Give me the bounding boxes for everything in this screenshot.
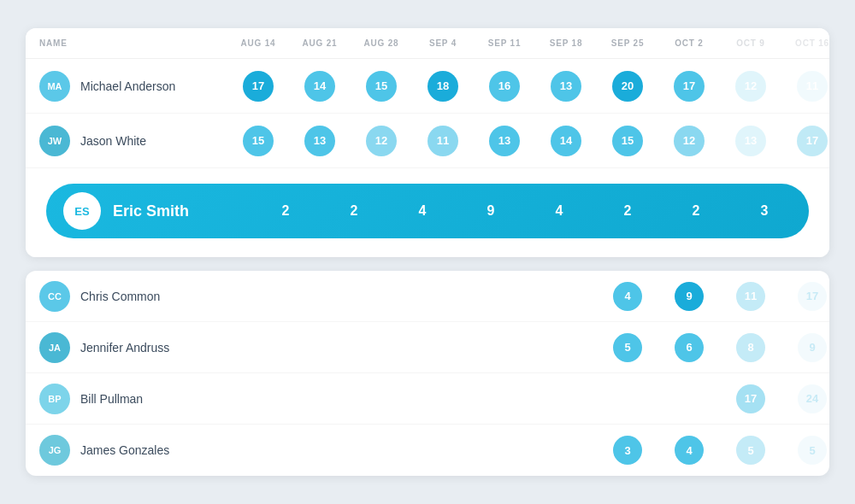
cc-val-7: 4 — [597, 282, 658, 311]
ja-val-7: 5 — [597, 333, 658, 362]
ma-val-1: 17 — [227, 71, 289, 102]
col-oct2: OCT 2 — [658, 28, 720, 58]
jw-val-8: 12 — [658, 126, 720, 156]
es-val-2: 2 — [320, 203, 388, 219]
col-sep25: SEP 25 — [597, 28, 658, 58]
jg-val-7: 3 — [597, 436, 658, 465]
name-ja: Jennifer Andruss — [80, 341, 169, 355]
cc-val-9: 11 — [720, 282, 781, 311]
jw-val-3: 12 — [351, 126, 412, 156]
name-jg: James Gonzales — [80, 443, 169, 457]
ma-val-9: 12 — [720, 71, 781, 102]
jw-val-9: 13 — [720, 126, 781, 156]
avatar-jw: JW — [39, 126, 70, 156]
col-oct9: OCT 9 — [720, 28, 781, 58]
row-bill-pullman: BP Bill Pullman 17 24 — [26, 373, 829, 425]
avatar-jg: JG — [39, 435, 70, 466]
ma-val-8: 17 — [658, 71, 720, 102]
ja-val-8: 6 — [658, 333, 720, 362]
name-bp: Bill Pullman — [80, 392, 143, 406]
es-val-7: 2 — [662, 203, 730, 219]
person-cell-es: ES Eric Smith — [63, 192, 251, 230]
ja-val-9: 8 — [720, 333, 781, 362]
ja-val-10: 9 — [781, 333, 829, 362]
name-jw: Jason White — [80, 134, 146, 148]
row-michael-anderson: MA Michael Anderson 17 14 15 18 16 13 20… — [26, 59, 829, 114]
jw-val-6: 14 — [535, 126, 597, 156]
jg-val-9: 5 — [720, 436, 781, 465]
avatar-es: ES — [63, 192, 101, 230]
main-container: NAME AUG 14 AUG 21 AUG 28 SEP 4 SEP 11 S… — [26, 28, 829, 476]
col-aug28: AUG 28 — [351, 28, 412, 58]
es-val-9: 1 — [799, 203, 829, 219]
name-cc: Chris Common — [80, 290, 160, 303]
row-jennifer-andruss: JA Jennifer Andruss 5 6 8 9 — [26, 322, 829, 373]
row-eric-smith: ES Eric Smith 2 2 4 9 4 2 2 3 1 — [46, 184, 809, 238]
cc-val-8: 9 — [658, 282, 720, 311]
col-name: NAME — [39, 28, 227, 58]
col-sep18: SEP 18 — [535, 28, 597, 58]
jw-val-1: 15 — [227, 126, 289, 156]
es-val-8: 3 — [730, 203, 799, 219]
ma-val-4: 18 — [412, 71, 474, 102]
avatar-ja: JA — [39, 332, 70, 363]
avatar-ma: MA — [39, 71, 70, 102]
person-cell-bp: BP Bill Pullman — [39, 384, 227, 414]
person-cell-jg: JG James Gonzales — [39, 435, 227, 466]
row-james-gonzales: JG James Gonzales 3 4 5 5 — [26, 425, 829, 476]
avatar-cc: CC — [39, 281, 70, 312]
jg-val-8: 4 — [658, 436, 720, 465]
avatar-bp: BP — [39, 384, 70, 414]
col-aug14: AUG 14 — [227, 28, 289, 58]
ma-val-3: 15 — [351, 71, 412, 102]
top-card: NAME AUG 14 AUG 21 AUG 28 SEP 4 SEP 11 S… — [26, 28, 829, 257]
es-val-4: 9 — [457, 203, 525, 219]
person-cell-ja: JA Jennifer Andruss — [39, 332, 227, 363]
es-val-6: 2 — [593, 203, 662, 219]
bp-val-9: 17 — [720, 384, 781, 413]
row-jason-white: JW Jason White 15 13 12 11 13 14 15 12 1… — [26, 114, 829, 168]
col-oct16: OCT 16 — [781, 28, 829, 58]
col-sep11: SEP 11 — [474, 28, 535, 58]
person-cell-ma: MA Michael Anderson — [39, 71, 227, 102]
name-es: Eric Smith — [113, 202, 189, 220]
col-aug21: AUG 21 — [289, 28, 351, 58]
table-header: NAME AUG 14 AUG 21 AUG 28 SEP 4 SEP 11 S… — [26, 28, 829, 59]
ma-val-5: 16 — [474, 71, 535, 102]
es-val-3: 4 — [388, 203, 457, 219]
jg-val-10: 5 — [781, 436, 829, 465]
col-sep4: SEP 4 — [412, 28, 474, 58]
jw-val-4: 11 — [412, 126, 474, 156]
jw-val-7: 15 — [597, 126, 658, 156]
jw-val-5: 13 — [474, 126, 535, 156]
bottom-card: CC Chris Common 4 9 11 17 JA Jennifer An… — [26, 271, 829, 476]
ma-val-7: 20 — [597, 71, 658, 102]
cc-val-10: 17 — [781, 282, 829, 311]
row-chris-common: CC Chris Common 4 9 11 17 — [26, 271, 829, 322]
person-cell-jw: JW Jason White — [39, 126, 227, 156]
es-val-5: 4 — [525, 203, 593, 219]
jw-val-10: 17 — [781, 126, 829, 156]
es-val-1: 2 — [251, 203, 320, 219]
jw-val-2: 13 — [289, 126, 351, 156]
person-cell-cc: CC Chris Common — [39, 281, 227, 312]
ma-val-6: 13 — [535, 71, 597, 102]
ma-val-2: 14 — [289, 71, 351, 102]
name-ma: Michael Anderson — [80, 79, 175, 93]
highlighted-row-wrapper: ES Eric Smith 2 2 4 9 4 2 2 3 1 — [26, 168, 829, 257]
ma-val-10: 11 — [781, 71, 829, 102]
bp-val-10: 24 — [781, 384, 829, 413]
